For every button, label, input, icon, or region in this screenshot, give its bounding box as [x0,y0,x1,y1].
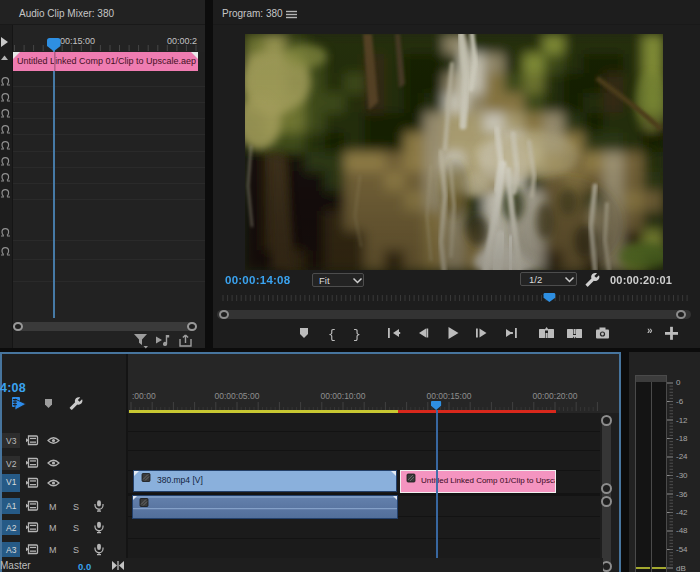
svg-text:S: S [73,502,79,512]
svg-text:M: M [49,502,57,512]
svg-text:M: M [49,523,57,533]
svg-text:S: S [73,545,79,555]
svg-text:M: M [49,545,57,555]
svg-text:S: S [73,523,79,533]
svg-text:{: { [328,327,336,342]
svg-text:}: } [353,327,361,342]
svg-text:»: » [647,325,653,336]
